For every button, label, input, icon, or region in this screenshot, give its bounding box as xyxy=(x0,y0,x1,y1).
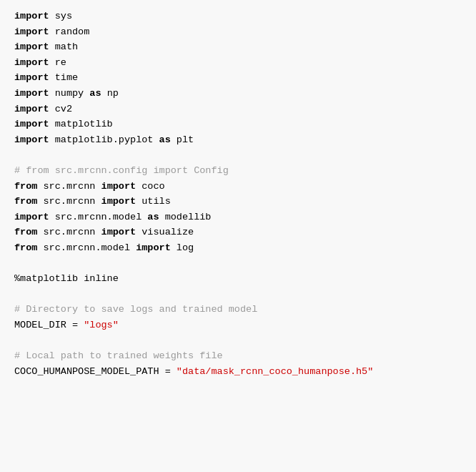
normal-token: sys xyxy=(49,11,72,21)
normal-token: random xyxy=(49,26,90,37)
normal-token: time xyxy=(49,72,79,83)
kw-token: import xyxy=(14,104,49,114)
kw-token: as xyxy=(89,88,101,99)
code-line: # Local path to trained weights file xyxy=(14,348,462,364)
normal-token: coco xyxy=(136,181,165,192)
code-line: from src.mrcnn import coco xyxy=(14,179,462,195)
normal-token: numpy xyxy=(49,88,90,99)
code-line: import time xyxy=(14,70,462,86)
code-line: MODEL_DIR = "logs" xyxy=(14,318,462,333)
code-line: import math xyxy=(14,39,462,55)
kw-token: import xyxy=(14,41,49,52)
kw-token: from xyxy=(14,242,37,253)
kw-token: import xyxy=(14,134,49,145)
code-line: import re xyxy=(14,55,462,71)
kw-token: from xyxy=(14,196,37,207)
kw-token: import xyxy=(136,242,171,253)
code-line-empty xyxy=(14,333,462,348)
code-line: import sys xyxy=(14,9,462,24)
string-token: "data/mask_rcnn_coco_humanpose.h5" xyxy=(177,366,373,377)
normal-token: src.mrcnn xyxy=(37,196,101,207)
code-block: import sys import random import math imp… xyxy=(14,9,462,379)
string-token: "logs" xyxy=(84,320,119,330)
code-line: import cv2 xyxy=(14,102,462,117)
code-line-empty xyxy=(14,147,462,163)
normal-token: matplotlib.pyplot xyxy=(49,134,159,145)
code-line: # Directory to save logs and trained mod… xyxy=(14,302,462,318)
kw-token: as xyxy=(147,212,159,222)
normal-token: modellib xyxy=(159,212,212,222)
normal-token: MODEL_DIR = xyxy=(14,320,84,330)
normal-token: visualize xyxy=(136,227,194,237)
kw-token: import xyxy=(14,119,49,129)
normal-token: src.mrcnn xyxy=(37,227,101,237)
kw-token: import xyxy=(14,212,49,222)
code-line: # from src.mrcnn.config import Config xyxy=(14,163,462,179)
normal-token: src.mrcnn.model xyxy=(49,212,148,222)
code-container: import sys import random import math imp… xyxy=(0,0,476,472)
normal-token: COCO_HUMANPOSE_MODEL_PATH = xyxy=(14,366,177,377)
comment-token: # Local path to trained weights file xyxy=(14,350,223,361)
kw-token: import xyxy=(101,196,137,207)
kw-token: import xyxy=(14,88,49,99)
normal-token: np xyxy=(101,88,119,99)
normal-token: src.mrcnn xyxy=(37,181,101,192)
kw-token: import xyxy=(14,57,49,68)
normal-token: %matplotlib inline xyxy=(14,273,119,284)
code-line: import random xyxy=(14,24,462,40)
code-line: from src.mrcnn import visualize xyxy=(14,225,462,240)
normal-token: src.mrcnn.model xyxy=(37,242,136,253)
kw-token: from xyxy=(14,181,37,192)
code-line: %matplotlib inline xyxy=(14,271,462,287)
code-line: from src.mrcnn.model import log xyxy=(14,240,462,256)
kw-token: import xyxy=(14,11,49,21)
code-line: COCO_HUMANPOSE_MODEL_PATH = "data/mask_r… xyxy=(14,364,462,380)
kw-token: as xyxy=(159,134,171,145)
code-line: from src.mrcnn import utils xyxy=(14,194,462,210)
code-line-empty xyxy=(14,256,462,272)
code-line: import src.mrcnn.model as modellib xyxy=(14,210,462,225)
normal-token: matplotlib xyxy=(49,119,113,129)
comment-token: # from src.mrcnn.config import Config xyxy=(14,165,229,176)
code-line: import matplotlib xyxy=(14,117,462,132)
kw-token: import xyxy=(101,181,137,192)
kw-token: import xyxy=(14,26,49,37)
normal-token: math xyxy=(49,41,79,52)
kw-token: import xyxy=(14,72,49,83)
normal-token: utils xyxy=(136,196,171,207)
normal-token: cv2 xyxy=(49,104,72,114)
normal-token: log xyxy=(171,242,194,253)
comment-token: # Directory to save logs and trained mod… xyxy=(14,304,257,315)
code-line-empty xyxy=(14,287,462,303)
kw-token: import xyxy=(101,227,137,237)
normal-token: plt xyxy=(171,134,194,145)
code-line: import numpy as np xyxy=(14,86,462,102)
kw-token: from xyxy=(14,227,37,237)
code-line: import matplotlib.pyplot as plt xyxy=(14,132,462,148)
normal-token: re xyxy=(49,57,66,68)
